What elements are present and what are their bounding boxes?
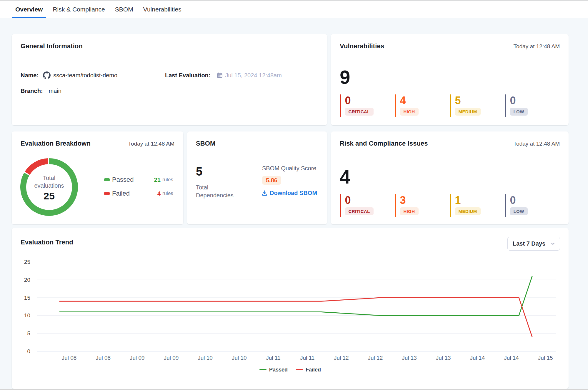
risk-compliance-total: 4 xyxy=(340,168,560,186)
svg-text:Jul 10: Jul 10 xyxy=(198,355,213,361)
severity-badge: CRITICAL xyxy=(345,108,374,116)
last-evaluation-row: Last Evaluation: Jul 15, 2024 12:48am xyxy=(165,71,318,79)
severity-count: 0 xyxy=(510,194,516,206)
svg-text:Jul 15: Jul 15 xyxy=(538,355,553,361)
donut-center-label: Totalevaluations xyxy=(23,174,76,189)
passed-pill-icon xyxy=(104,178,110,181)
svg-text:5: 5 xyxy=(27,330,30,336)
svg-text:Jul 11: Jul 11 xyxy=(300,355,314,361)
severity-critical: 0 CRITICAL xyxy=(340,194,395,217)
breakdown-legend: Passed 21 rules Failed 4 rules xyxy=(104,175,173,198)
trend-legend: Passed Failed xyxy=(12,365,569,374)
svg-text:Jul 11: Jul 11 xyxy=(266,355,280,361)
legend-count: 4 xyxy=(145,190,161,197)
download-label: Download SBOM xyxy=(270,190,317,196)
legend-label: Passed xyxy=(112,176,145,184)
last-evaluation-value: Jul 15, 2024 12:48am xyxy=(225,72,281,79)
time-range-value: Last 7 Days xyxy=(513,240,545,247)
failed-line-icon xyxy=(296,369,303,370)
severity-high: 3 HIGH xyxy=(395,194,450,217)
legend-passed: Passed 21 rules xyxy=(104,175,173,184)
severity-bar xyxy=(505,194,506,217)
chevron-down-icon xyxy=(550,241,555,246)
download-icon xyxy=(261,190,268,196)
legend-label: Failed xyxy=(112,190,145,197)
risk-compliance-timestamp: Today at 12:48 AM xyxy=(514,141,560,147)
sbom-quality-score-label: SBOM Quality Score xyxy=(262,164,317,172)
download-sbom-link[interactable]: Download SBOM xyxy=(261,190,317,196)
severity-medium: 1 MEDIUM xyxy=(450,194,505,217)
severity-high: 4 HIGH xyxy=(395,94,450,117)
card-title: Evaluation Trend xyxy=(21,239,73,246)
card-title: Evaluation Breakdown xyxy=(21,140,91,147)
severity-bar xyxy=(395,94,396,117)
github-icon xyxy=(43,71,51,79)
branch-label: Branch: xyxy=(21,88,43,94)
svg-text:Jul 13: Jul 13 xyxy=(436,355,451,361)
svg-text:Jul 10: Jul 10 xyxy=(232,355,247,361)
severity-count: 0 xyxy=(345,194,351,206)
severity-bar xyxy=(340,194,341,217)
severity-badge: LOW xyxy=(510,207,528,215)
severity-count: 3 xyxy=(400,194,406,206)
evaluation-breakdown-timestamp: Today at 12:48 AM xyxy=(128,141,174,147)
svg-text:Jul 13: Jul 13 xyxy=(402,355,417,361)
severity-count: 4 xyxy=(400,94,406,107)
vulnerabilities-card: Vulnerabilities Today at 12:48 AM 9 0 CR… xyxy=(331,34,569,125)
trend-legend-passed: Passed xyxy=(259,365,288,374)
evaluation-trend-card: Evaluation Trend Last 7 Days 0510152025J… xyxy=(12,228,569,389)
last-evaluation-label: Last Evaluation: xyxy=(165,72,210,79)
svg-text:20: 20 xyxy=(24,277,30,283)
severity-bar xyxy=(395,194,396,217)
tab-overview[interactable]: Overview xyxy=(12,1,46,18)
dashboard: General Information Name: ssca-team/todo… xyxy=(0,18,588,389)
tab-bar: Overview Risk & Compliance SBOM Vulnerab… xyxy=(0,1,588,18)
svg-text:10: 10 xyxy=(24,312,30,319)
general-information-card: General Information Name: ssca-team/todo… xyxy=(12,34,327,125)
severity-bar xyxy=(505,94,506,117)
tab-sbom[interactable]: SBOM xyxy=(111,1,137,18)
legend-unit: rules xyxy=(162,177,173,183)
severity-bar xyxy=(450,94,451,117)
repo-name-row: Name: ssca-team/todolist-demo xyxy=(21,71,165,79)
severity-badge: HIGH xyxy=(400,108,419,116)
svg-text:25: 25 xyxy=(24,259,30,265)
svg-text:Jul 14: Jul 14 xyxy=(504,355,519,361)
severity-bar xyxy=(450,194,451,217)
repo-name-value: ssca-team/todolist-demo xyxy=(53,72,117,79)
total-dependencies-value: 5 xyxy=(196,164,202,179)
name-label: Name: xyxy=(21,72,39,79)
time-range-dropdown[interactable]: Last 7 Days xyxy=(507,237,560,251)
donut-center: Totalevaluations 25 xyxy=(23,174,76,202)
donut-center-value: 25 xyxy=(23,190,76,202)
window-bottom-edge xyxy=(0,389,588,390)
severity-badge: CRITICAL xyxy=(345,207,374,215)
card-title: Risk and Compliance Issues xyxy=(340,140,428,147)
card-title: Vulnerabilities xyxy=(340,42,384,50)
svg-text:Jul 12: Jul 12 xyxy=(334,355,349,361)
evaluation-trend-chart: 0510152025Jul 08Jul 08Jul 09Jul 09Jul 10… xyxy=(12,228,569,363)
tab-vulnerabilities[interactable]: Vulnerabilities xyxy=(140,1,185,18)
branch-row: Branch: main xyxy=(21,87,165,95)
trend-legend-failed: Failed xyxy=(296,365,321,374)
severity-medium: 5 MEDIUM xyxy=(450,94,505,117)
legend-unit: rules xyxy=(162,191,173,196)
risk-severity-row: 0 CRITICAL 3 HIGH 1 xyxy=(340,194,560,217)
trend-legend-label: Passed xyxy=(269,367,288,373)
calendar-icon xyxy=(217,72,223,78)
severity-count: 5 xyxy=(455,94,461,107)
severity-bar xyxy=(340,94,341,117)
svg-text:Jul 14: Jul 14 xyxy=(470,355,485,361)
vulnerabilities-timestamp: Today at 12:48 AM xyxy=(514,43,560,50)
svg-text:15: 15 xyxy=(24,295,30,301)
page: Overview Risk & Compliance SBOM Vulnerab… xyxy=(0,0,588,390)
risk-compliance-card: Risk and Compliance Issues Today at 12:4… xyxy=(331,131,569,224)
svg-text:Jul 12: Jul 12 xyxy=(368,355,383,361)
severity-count: 1 xyxy=(455,194,461,206)
svg-text:0: 0 xyxy=(27,348,30,354)
legend-failed: Failed 4 rules xyxy=(104,189,173,198)
divider xyxy=(249,167,249,199)
card-title: SBOM xyxy=(196,140,318,147)
tab-risk-compliance[interactable]: Risk & Compliance xyxy=(49,1,108,18)
vulnerabilities-severity-row: 0 CRITICAL 4 HIGH 5 xyxy=(340,94,560,117)
